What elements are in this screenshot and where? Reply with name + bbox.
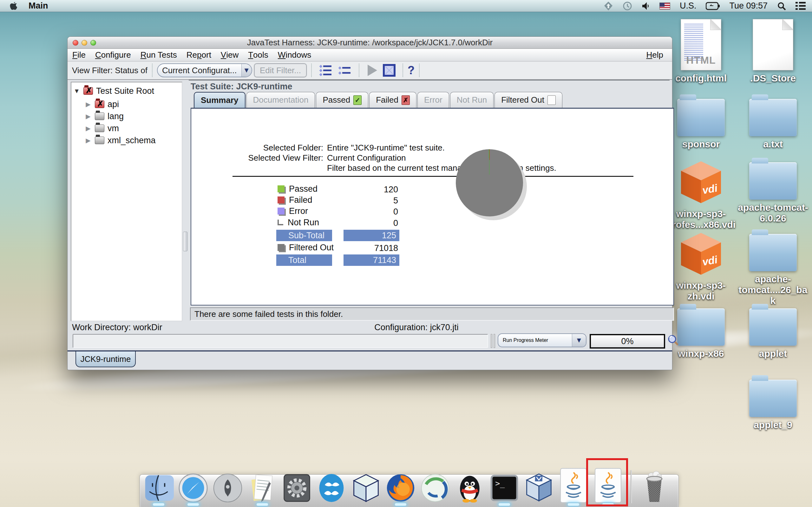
spotlight-search-icon[interactable] bbox=[777, 2, 786, 10]
chevron-down-icon[interactable]: ▼ bbox=[241, 64, 252, 77]
svg-text:>_: >_ bbox=[495, 479, 505, 488]
stat-row-total: Total bbox=[276, 255, 332, 266]
battery-icon[interactable] bbox=[706, 2, 720, 10]
stat-row-error: Error bbox=[277, 206, 308, 216]
chevron-down-icon[interactable]: ▼ bbox=[572, 334, 586, 347]
input-source-label[interactable]: U.S. bbox=[680, 1, 697, 11]
desktop-icon-a-txt[interactable]: a.txt bbox=[737, 99, 809, 150]
work-directory-label: Work Directory: workDir bbox=[72, 323, 162, 332]
tab-passed[interactable]: Passed ✓ bbox=[316, 92, 368, 108]
toolbar-separator bbox=[403, 64, 403, 77]
panel-splitter-handle[interactable] bbox=[183, 232, 188, 251]
tree-item-test-suite-root[interactable]: ▼ Test Suite Root bbox=[73, 85, 154, 97]
desktop-icon-applet[interactable]: applet bbox=[737, 308, 809, 359]
dock-item-trash[interactable] bbox=[639, 466, 670, 503]
desktop-icon-winxp-x86[interactable]: winxp-x86 bbox=[665, 308, 737, 359]
desktop-icon-applet-9[interactable]: applet_9 bbox=[737, 380, 809, 430]
menu-tools[interactable]: Tools bbox=[243, 49, 273, 61]
dock-item-safari[interactable] bbox=[178, 466, 208, 503]
menu-bar-clock[interactable]: Tue 09:57 bbox=[729, 1, 768, 11]
window-title: JavaTest Harness: JCK9-runtime: /workspa… bbox=[247, 38, 493, 48]
menu-report[interactable]: Report bbox=[182, 49, 216, 61]
edit-filter-button[interactable]: Edit Filter... bbox=[254, 63, 307, 77]
desktop-icon-config-html[interactable]: HTML config.html bbox=[665, 19, 737, 83]
desktop-icon-apache-tomcat-bak[interactable]: apache-tomcat....26_bak bbox=[737, 234, 809, 306]
apple-menu-icon[interactable] bbox=[9, 1, 18, 11]
dock-item-qq[interactable] bbox=[455, 466, 485, 503]
test-list-icon[interactable] bbox=[319, 63, 333, 77]
desktop-icon-apache-tomcat[interactable]: apache-tomcat-6.0.26 bbox=[737, 162, 809, 224]
vdi-disk-icon: vdi bbox=[677, 158, 725, 206]
progress-message-field bbox=[72, 334, 488, 348]
desktop-icon-ds-store[interactable]: .DS_Store bbox=[737, 19, 809, 83]
stat-value-total: 71143 bbox=[344, 255, 399, 266]
menu-view[interactable]: View bbox=[216, 49, 243, 61]
tab-summary[interactable]: Summary bbox=[194, 92, 246, 108]
failed-swatch-icon bbox=[277, 196, 285, 204]
zoom-window-button[interactable] bbox=[90, 40, 96, 46]
tab-failed[interactable]: Failed ✗ bbox=[369, 92, 416, 108]
selected-folder-value: Entire "JCK9-runtime" test suite. bbox=[327, 143, 445, 153]
dock-item-system-preferences[interactable] bbox=[282, 466, 312, 503]
run-tests-icon[interactable] bbox=[366, 64, 378, 77]
meter-splitter-handle[interactable] bbox=[491, 334, 496, 348]
tab-filtered-out[interactable]: Filtered Out bbox=[495, 92, 562, 108]
dock-item-java-app[interactable] bbox=[558, 466, 589, 503]
menu-help[interactable]: Help bbox=[642, 49, 672, 61]
stat-row-failed: Failed bbox=[277, 194, 312, 205]
dock-item-virtualbox[interactable] bbox=[524, 466, 554, 503]
dock-item-textedit[interactable] bbox=[247, 466, 277, 503]
dock-item-finder[interactable] bbox=[143, 466, 174, 503]
dock-item-firefox[interactable] bbox=[386, 466, 416, 503]
time-machine-icon[interactable] bbox=[623, 1, 632, 11]
input-source-flag-icon[interactable] bbox=[659, 3, 670, 9]
run-progress-meter-combobox[interactable]: Run Progress Meter ▼ bbox=[498, 333, 587, 347]
menu-configure[interactable]: Configure bbox=[90, 49, 136, 61]
not-run-swatch-icon bbox=[277, 220, 283, 225]
bottom-tab-jck9-runtime[interactable]: JCK9-runtime bbox=[75, 351, 136, 367]
view-filter-combobox[interactable]: Current Configurat... ▼ bbox=[157, 63, 252, 77]
close-window-button[interactable] bbox=[72, 40, 78, 46]
active-app-name[interactable]: Main bbox=[29, 1, 48, 11]
tree-item-api[interactable]: ▶ api bbox=[85, 98, 119, 110]
stat-row-filtered-out: Filtered Out bbox=[277, 242, 334, 253]
minimize-window-button[interactable] bbox=[82, 40, 87, 46]
test-tree-panel[interactable]: ▼ Test Suite Root ▶ api ▶ lang ▶ vm ▶ xm… bbox=[71, 82, 183, 321]
selected-view-filter-label: Selected View Filter: bbox=[203, 153, 323, 163]
running-indicator bbox=[568, 503, 579, 506]
summary-panel: Selected Folder: Entire "JCK9-runtime" t… bbox=[191, 108, 674, 305]
passed-swatch-icon bbox=[277, 185, 285, 192]
menu-file[interactable]: File bbox=[67, 49, 90, 61]
menu-windows[interactable]: Windows bbox=[273, 49, 316, 61]
tree-expand-arrow-icon[interactable]: ▼ bbox=[73, 88, 80, 95]
selected-view-filter-value: Current Configuration bbox=[327, 153, 406, 163]
window-bottom-divider bbox=[67, 350, 672, 351]
dock-item-cube-app[interactable] bbox=[351, 466, 381, 503]
desktop-icon-winxp-vdi[interactable]: vdi winxp-sp3-profes...x86.vdi bbox=[665, 158, 737, 230]
tree-item-xml-schema[interactable]: ▶ xml_schema bbox=[85, 134, 156, 147]
menu-run-tests[interactable]: Run Tests bbox=[136, 49, 182, 61]
tree-item-lang[interactable]: ▶ lang bbox=[85, 110, 124, 122]
window-menu-bar: File Configure Run Tests Report View Too… bbox=[67, 49, 672, 61]
stop-tests-icon[interactable] bbox=[383, 64, 396, 77]
dock-item-openoffice[interactable] bbox=[316, 466, 347, 503]
volume-icon[interactable] bbox=[642, 2, 650, 10]
folder-list-icon[interactable] bbox=[338, 63, 352, 77]
help-icon[interactable]: ? bbox=[408, 64, 415, 77]
tree-collapse-arrow-icon[interactable]: ▶ bbox=[85, 101, 92, 108]
javatest-window: JavaTest Harness: JCK9-runtime: /workspa… bbox=[67, 37, 672, 370]
dock-item-terminal[interactable]: >_ bbox=[489, 466, 519, 503]
notification-center-icon[interactable] bbox=[796, 2, 806, 10]
dock-item-cisco-anyconnect[interactable] bbox=[420, 466, 450, 503]
tree-collapse-arrow-icon[interactable]: ▶ bbox=[85, 136, 92, 144]
tree-collapse-arrow-icon[interactable]: ▶ bbox=[85, 124, 92, 132]
tree-item-vm[interactable]: ▶ vm bbox=[85, 122, 119, 134]
desktop-icon-winxp-zh-vdi[interactable]: vdi winxp-sp3-zh.vdi bbox=[665, 230, 737, 302]
desktop-icon-sponsor[interactable]: sponsor bbox=[665, 99, 737, 150]
folder-icon bbox=[677, 99, 725, 136]
tree-collapse-arrow-icon[interactable]: ▶ bbox=[85, 112, 92, 120]
magnifier-icon[interactable] bbox=[668, 335, 679, 347]
dock-item-launchpad[interactable] bbox=[212, 466, 243, 503]
upload-status-icon[interactable] bbox=[604, 1, 613, 11]
window-title-bar[interactable]: JavaTest Harness: JCK9-runtime: /workspa… bbox=[67, 37, 672, 49]
